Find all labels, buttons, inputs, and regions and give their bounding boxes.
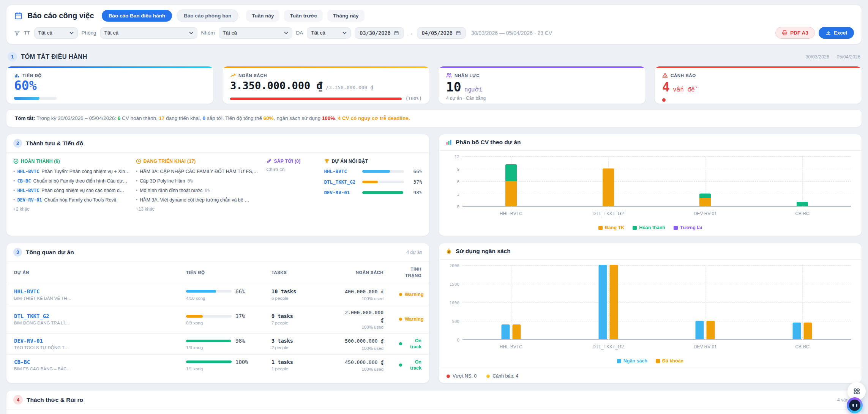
section-2-badge: 2 [13,139,22,148]
legend-swatch [617,359,621,363]
project-budget-used: 100% used [321,367,383,371]
check-circle-icon [13,159,19,164]
done-item: •HHL-BVTCPhân công nhiệm vụ cho các nhóm… [13,186,130,195]
section-4-title: Thách thức & Rủi ro [27,397,83,403]
doing-item: •HẦM 3A: CẬP NHẬP CÁC FAMILY ĐỐT HẦM TỪ … [136,167,260,176]
project-done-ratio: 1/3 xong [186,345,271,350]
bar-segment[interactable] [797,202,808,206]
project-row[interactable]: DTL_TKKT_G2 BIM ĐỒNG ĐĂNG TRÀ LĨ… 37% 0/… [6,305,429,334]
upcoming-title: SẮP TỚI (0) [274,159,300,164]
project-code-link[interactable]: DTL_TKKT_G2 [324,179,356,185]
project-row[interactable]: CB-BC BIM FS CAO BẰNG – BẮC… 100% 1/1 xo… [6,355,429,376]
legend-swatch [598,226,603,230]
row-projects-budget: 3 Tổng quan dự án 4 dự án DỰ ÁN TIẾN ĐỘ … [6,243,862,383]
project-code-link[interactable]: DTL_TKKT_G2 [14,313,186,319]
project-code-link[interactable]: HHL-BVTC [17,167,39,176]
project-code-link[interactable]: HHL-BVTC [324,168,347,174]
section-1-date-range: 30/03/2026 — 05/04/2026 [805,54,860,60]
bar[interactable] [696,321,704,339]
quick-range-tuan-nay[interactable]: Tuần này [246,10,279,22]
bar[interactable] [793,323,801,339]
legend-swatch [633,226,637,230]
bar[interactable] [512,324,521,339]
project-code-link[interactable]: HHL-BVTC [14,288,186,294]
project-budget: 450.000.000 ₫ [345,359,383,366]
bar-segment[interactable] [505,164,517,181]
bar-group [793,323,812,339]
featured-progress-bar [362,181,404,183]
project-tasks: 3 tasks [271,338,321,344]
legend-item[interactable]: Đang TK [598,225,624,230]
gridline [462,206,851,207]
project-subtitle: BIM-THIẾT KẾ BẢN VẼ TH… [14,296,186,301]
legend-item[interactable]: Tương lai [674,225,702,230]
status-filter-label: TT [24,30,30,36]
bar[interactable] [804,323,812,339]
project-row[interactable]: HHL-BVTC BIM-THIẾT KẾ BẢN VẼ TH… 66% 4/1… [6,284,429,305]
project-tasks: 9 tasks [271,313,321,319]
kpi-alert-card: CẢNH BÁO 4 vấn đề [654,66,862,104]
bar-segment[interactable] [699,198,711,206]
project-row[interactable]: DEV-RV-01 TẠO TOOLS TỰ ĐỘNG T… 98% 1/3 x… [6,334,429,355]
ai-assistant-button[interactable] [847,397,863,413]
project-code-link[interactable]: DEV-RV-01 [14,338,186,344]
bar[interactable] [501,324,510,339]
projects-overview-card: 3 Tổng quan dự án 4 dự án DỰ ÁN TIẾN ĐỘ … [6,243,429,383]
kpi-alert-label: CẢNH BÁO [671,73,696,78]
gridline [462,181,851,182]
money-bag-icon: ₫ [446,248,452,254]
done-item-text: Chuẩn hóa Family cho Tools Revit [44,195,116,205]
doing-title: ĐANG TRIỂN KHAI (17) [144,159,196,164]
group-select[interactable]: Tất cả [219,27,292,39]
bar-segment[interactable] [505,181,517,206]
bar[interactable] [707,321,715,339]
legend-item[interactable]: Hoàn thành [633,225,665,230]
date-to-input[interactable]: 04/05/2026 [417,27,466,39]
project-tasks: 1 tasks [271,359,321,365]
quick-range-thang-nay[interactable]: Tháng này [327,10,365,22]
done-item: •CB-BCChuẩn bị bộ Family theo điển hình … [13,176,130,186]
project-code-link[interactable]: DEV-RV-01 [324,190,350,195]
doing-item-pct: 0% [205,186,210,195]
department-select[interactable]: Tất cả [100,27,197,39]
header-row-filters: TT Tất cả Phòng Tất cả Nhóm Tất cả DA Tấ… [14,27,854,39]
tab-bao-cao-phong-ban[interactable]: Báo cáo phòng ban [177,9,238,22]
project-select[interactable]: Tất cả [307,27,351,39]
budget-chart-title: Sử dụng ngân sách [456,248,511,255]
project-code-link[interactable]: DEV-RV-01 [17,195,42,205]
project-code-link[interactable]: HHL-BVTC [17,186,39,195]
bar-segment[interactable] [699,194,711,198]
project-select-value: Tất cả [311,30,325,36]
col-ngan-sach: NGÂN SÁCH [321,270,383,275]
done-item-text: Chuẩn bị bộ Family theo điển hình Cầu dự… [33,176,128,186]
risk-grid: HẦM 3A: CẬP NHẬP CÁC FAMILY ĐỐT HẦM TỪ F… [6,409,862,414]
tab-bao-cao-ban-dieu-hanh[interactable]: Báo cáo Ban điều hành [102,10,172,22]
kpi-budget-value: 3.350.000.000 ₫ [230,80,323,91]
bar[interactable] [598,265,607,339]
doing-item-text: HẦM 3A: Viết dynamo cốt thép tường chắn … [140,195,249,205]
bar[interactable] [609,265,618,339]
legend-item[interactable]: Ngân sách [617,358,647,364]
status-select[interactable]: Tất cả [34,27,78,39]
excel-export-button[interactable]: Excel [819,27,854,39]
projects-table-header: DỰ ÁN TIẾN ĐỘ TASKS NGÂN SÁCH TÌNH TRẠNG [6,261,429,284]
x-axis-tick: DTL_TKKT_G2 [592,344,624,349]
excel-label: Excel [834,30,847,36]
svg-text:₫: ₫ [448,250,450,253]
kpi-budget-total: /3.350.000.000 ₫ [326,85,373,90]
bar-segment[interactable] [603,168,614,206]
legend-item[interactable]: Đã khoán [656,358,683,364]
done-item-text: Phần Tuyến: Phân công nhiệm vụ + Xin… [41,167,129,176]
project-pct: 37% [235,313,245,319]
project-code-link[interactable]: CB-BC [14,359,186,365]
quick-range-tuan-truoc[interactable]: Tuần trước [284,10,323,22]
project-code-link[interactable]: CB-BC [17,176,31,186]
project-tasks: 10 tasks [271,288,321,294]
summary-upcoming-count: 0 [202,115,205,121]
project-done-ratio: 0/9 xong [186,321,271,325]
featured-column: DỰ ÁN NỔI BẬT HHL-BVTC 66% DTL_TKKT_G2 3… [324,159,422,212]
summary-doing-count: 17 [159,115,165,121]
date-from-input[interactable]: 03/30/2026 [355,27,404,39]
pdf-a3-button[interactable]: PDF A3 [775,27,815,39]
cv-chart-legend: Đang TKHoàn thànhTương lai [439,224,862,236]
